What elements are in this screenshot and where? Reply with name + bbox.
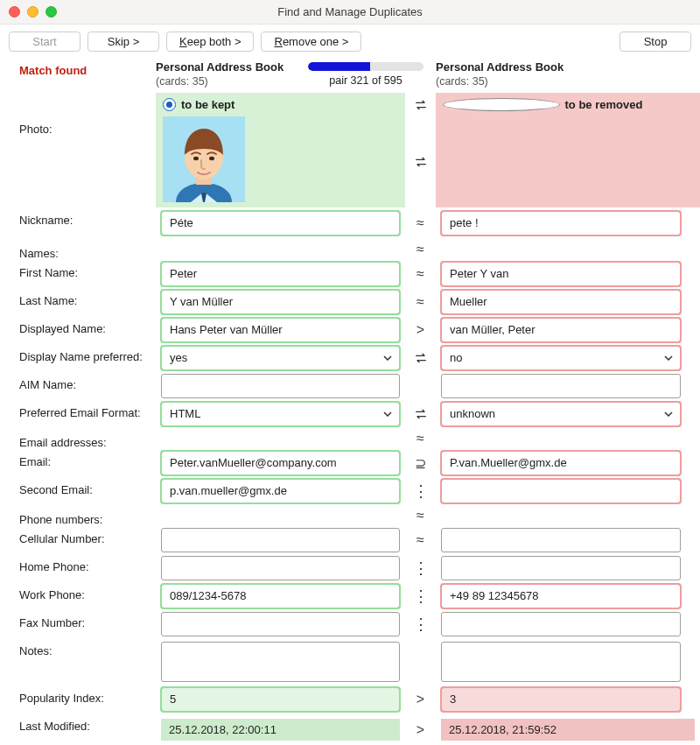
- swap-email-fmt-icon[interactable]: [405, 400, 436, 428]
- right-home-input[interactable]: [441, 556, 681, 580]
- right-disp-pref-select[interactable]: no: [441, 346, 681, 370]
- left-photo: [163, 116, 245, 202]
- label-nickname: Nickname:: [0, 207, 156, 239]
- right-disp-pref-value: no: [450, 351, 462, 364]
- left-nickname-input[interactable]: Péte: [161, 211, 400, 235]
- pair-counter: pair 321 of 595: [299, 74, 432, 87]
- label-fax: Fax Number:: [0, 610, 156, 638]
- left-email-fmt-select[interactable]: HTML: [161, 402, 400, 426]
- keep-both-button[interactable]: Keep both >: [166, 32, 254, 52]
- compare-first-icon[interactable]: ≈: [405, 260, 436, 288]
- left-email-input[interactable]: Peter.vanMueller@company.com: [161, 451, 400, 475]
- match-found-label: Match found: [0, 59, 156, 88]
- label-email2: Second Email:: [0, 477, 156, 505]
- right-email-fmt-select[interactable]: unknown: [441, 402, 681, 426]
- left-aim-input[interactable]: [161, 374, 400, 398]
- compare-work-icon[interactable]: ⋮: [405, 582, 436, 610]
- skip-button[interactable]: Skip >: [88, 32, 159, 52]
- right-displayed-input[interactable]: van Müller, Peter: [441, 318, 681, 342]
- right-email2-input[interactable]: [441, 479, 681, 503]
- right-last-input[interactable]: Mueller: [441, 290, 681, 314]
- remove-one-button[interactable]: Remove one >: [261, 32, 361, 52]
- left-first-input[interactable]: Peter: [161, 262, 400, 286]
- label-displayed: Displayed Name:: [0, 316, 156, 344]
- remove-mnemonic: R: [274, 35, 282, 48]
- right-cell-input[interactable]: [441, 528, 681, 552]
- label-photo: Photo:: [0, 116, 156, 207]
- keep-label-rest: eep both >: [187, 35, 242, 48]
- chevron-down-icon: [383, 355, 392, 361]
- label-home: Home Phone:: [0, 554, 156, 582]
- keep-radio[interactable]: [163, 98, 176, 111]
- right-fax-input[interactable]: [441, 612, 681, 636]
- window-title: Find and Manage Duplicates: [277, 5, 423, 18]
- window-minimize-button[interactable]: [27, 6, 38, 18]
- label-work: Work Phone:: [0, 582, 156, 610]
- compare-fax-icon[interactable]: ⋮: [405, 610, 436, 638]
- left-home-input[interactable]: [161, 556, 400, 580]
- keep-mnemonic: K: [179, 35, 187, 48]
- window-close-button[interactable]: [9, 6, 20, 18]
- stop-button[interactable]: Stop: [620, 32, 691, 52]
- chevron-down-icon: [664, 355, 673, 361]
- label-email-fmt: Preferred Email Format:: [0, 400, 156, 428]
- compare-lastmod-icon: >: [405, 713, 436, 745]
- left-pop-value: 5: [161, 687, 400, 712]
- chevron-down-icon: [383, 411, 392, 417]
- label-first: First Name:: [0, 260, 156, 288]
- remove-label-rest: emove one >: [283, 35, 349, 48]
- compare-last-icon[interactable]: ≈: [405, 288, 436, 316]
- compare-cell-icon[interactable]: ≈: [405, 526, 436, 554]
- right-lastmod-value: 25.12.2018, 21:59:52: [441, 719, 695, 741]
- left-disp-pref-value: yes: [170, 351, 187, 364]
- left-cell-input[interactable]: [161, 528, 400, 552]
- label-last: Last Name:: [0, 288, 156, 316]
- label-notes: Notes:: [0, 638, 156, 685]
- label-names: Names:: [0, 239, 156, 260]
- right-work-input[interactable]: +49 89 12345678: [441, 584, 681, 608]
- right-pop-value: 3: [441, 687, 681, 712]
- compare-displayed-icon[interactable]: >: [405, 316, 436, 344]
- right-book-cards: (cards: 35): [436, 74, 700, 88]
- left-lastmod-value: 25.12.2018, 22:00:11: [161, 719, 400, 741]
- compare-email2-icon[interactable]: ⋮: [405, 477, 436, 505]
- progress-bar: [308, 62, 424, 71]
- remove-radio-label: to be removed: [565, 98, 681, 111]
- label-lastmod: Last Modified:: [0, 713, 156, 745]
- left-notes-input[interactable]: [161, 642, 400, 682]
- label-cell: Cellular Number:: [0, 526, 156, 554]
- label-emails: Email addresses:: [0, 428, 156, 449]
- left-email-fmt-value: HTML: [170, 407, 200, 420]
- stop-label: Stop: [644, 35, 668, 48]
- svg-point-4: [209, 157, 214, 160]
- swap-disp-pref-icon[interactable]: [405, 344, 436, 372]
- left-email2-input[interactable]: p.van.mueller@gmx.de: [161, 479, 400, 503]
- left-work-input[interactable]: 089/1234-5678: [161, 584, 400, 608]
- right-nickname-input[interactable]: pete !: [441, 211, 681, 235]
- right-photo: [436, 116, 700, 207]
- label-phones: Phone numbers:: [0, 505, 156, 526]
- window-maximize-button[interactable]: [46, 6, 57, 18]
- compare-names-icon: ≈: [405, 239, 436, 260]
- compare-phones-icon: ≈: [405, 505, 436, 526]
- compare-nickname-icon[interactable]: ≈: [405, 207, 436, 239]
- left-disp-pref-select[interactable]: yes: [161, 346, 400, 370]
- right-first-input[interactable]: Peter Y van: [441, 262, 681, 286]
- keep-radio-label: to be kept: [181, 98, 234, 111]
- left-last-input[interactable]: Y van Müller: [161, 290, 400, 314]
- compare-home-icon[interactable]: ⋮: [405, 554, 436, 582]
- remove-radio[interactable]: [443, 98, 560, 111]
- left-displayed-input[interactable]: Hans Peter van Müller: [161, 318, 400, 342]
- label-pop: Popularity Index:: [0, 685, 156, 713]
- compare-email-icon[interactable]: ⊇: [405, 449, 436, 477]
- left-fax-input[interactable]: [161, 612, 400, 636]
- compare-pop-icon: >: [405, 685, 436, 713]
- right-email-input[interactable]: P.van.Mueller@gmx.de: [441, 451, 681, 475]
- right-aim-input[interactable]: [441, 374, 681, 398]
- compare-emails-icon: ≈: [405, 428, 436, 449]
- label-aim: AIM Name:: [0, 372, 156, 400]
- right-notes-input[interactable]: [441, 642, 681, 682]
- start-button[interactable]: Start: [9, 32, 80, 52]
- swap-photo-icon[interactable]: [405, 116, 436, 207]
- swap-choice-icon[interactable]: [405, 93, 436, 116]
